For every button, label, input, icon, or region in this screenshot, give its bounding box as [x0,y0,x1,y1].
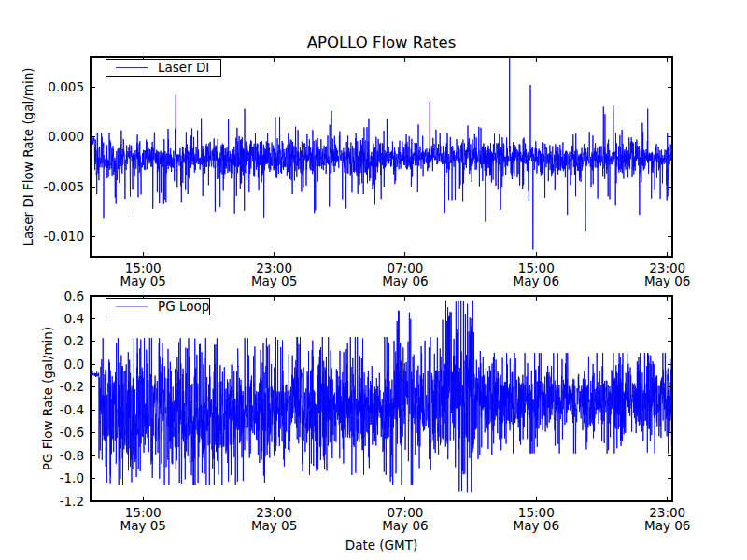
x-tick-date-label: May 05 [251,518,297,533]
ylabel-laser-di: Laser DI Flow Rate (gal/min) [21,67,35,245]
legend-label-laser-di: Laser DI [158,62,209,75]
y-tick-label: 0.4 [64,311,84,326]
figure: 0.0050.000-0.005-0.01015:00May 0523:00Ma… [0,0,747,560]
legend-laser-di: Laser DI [106,59,221,77]
x-tick-date-label: May 05 [120,273,166,288]
y-tick-label: -1.0 [60,470,84,485]
xlabel-date-gmt: Date (GMT) [91,538,672,553]
y-tick-label: -0.4 [60,402,84,417]
y-tick-label: -0.6 [60,425,84,440]
ylabel-pg-loop: PG Flow Rate (gal/min) [40,327,55,470]
x-tick-date-label: May 06 [382,273,428,288]
x-tick-date-label: May 06 [514,273,559,288]
x-tick-date-label: May 05 [251,273,297,288]
y-tick-label: -0.2 [60,379,84,394]
x-tick-date-label: May 06 [382,518,428,533]
x-tick-date-label: May 06 [644,518,690,533]
legend-line-icon [116,306,148,307]
y-tick-label: 0.0 [64,357,84,371]
y-tick-label: -1.2 [60,494,84,509]
subplot-pg-loop: 0.60.40.20.0-0.2-0.4-0.6-0.8-1.0-1.215:0… [60,288,691,534]
y-tick-label: -0.8 [60,448,84,463]
y-tick-label: 0.6 [64,288,84,303]
x-tick-date-label: May 06 [644,273,690,288]
y-tick-label: -0.005 [43,179,84,194]
y-tick-label: -0.010 [43,229,84,244]
legend-line-icon [116,67,148,68]
x-tick-date-label: May 05 [120,518,166,533]
plot-canvas: 0.0050.000-0.005-0.01015:00May 0523:00Ma… [0,0,747,560]
y-tick-label: 0.000 [48,129,84,144]
pg-loop-series-path [91,301,672,492]
subplot-laser-di: 0.0050.000-0.005-0.01015:00May 0523:00Ma… [43,42,690,288]
legend-pg-loop: PG Loop [106,298,210,315]
chart-title: APOLLO Flow Rates [91,34,672,51]
legend-label-pg-loop: PG Loop [158,301,209,314]
y-tick-label: 0.005 [48,79,84,94]
y-tick-label: 0.2 [64,333,84,348]
x-tick-date-label: May 06 [514,518,559,533]
